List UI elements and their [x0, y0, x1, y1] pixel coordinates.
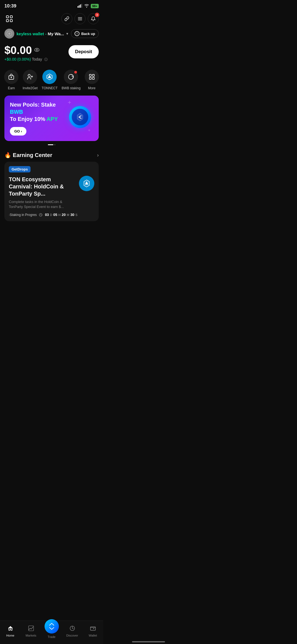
nav-right-icons: 3 — [61, 13, 99, 24]
balance-change: +$0.00 (0.00%) Today ⓘ — [4, 57, 48, 62]
staking-progress: ·Staking in Progres 03 D 05 H 20 M 30 S — [9, 213, 94, 217]
wifi-icon — [84, 4, 89, 9]
earning-card-desc: Complete tasks in the HoldCoin & TonPart… — [9, 199, 76, 209]
svg-point-9 — [35, 48, 39, 52]
banner-dots — [4, 144, 99, 145]
banner-dot-inactive — [54, 144, 55, 145]
tonnect-label: TONNECT — [42, 86, 58, 90]
banner-section: + + + New Pools: Stake BWB To Enjoy 10% … — [0, 91, 103, 147]
balance-amount: $0.00 — [4, 44, 48, 56]
bwb-badge — [74, 71, 77, 74]
balance-left: $0.00 +$0.00 (0.00%) Today ⓘ — [4, 44, 48, 62]
banner-go-button[interactable]: GO › — [10, 127, 26, 136]
wallet-avatar — [4, 29, 14, 39]
svg-point-14 — [28, 74, 30, 77]
banner-coin — [69, 106, 93, 131]
status-time: 10:39 — [4, 3, 16, 9]
earn-label: Earn — [8, 86, 15, 90]
more-icon-wrap — [85, 70, 99, 84]
banner-card: + + + New Pools: Stake BWB To Enjoy 10% … — [4, 96, 99, 141]
coin-graphic — [69, 106, 91, 128]
svg-rect-22 — [89, 77, 91, 79]
earning-center-chevron[interactable]: › — [97, 152, 99, 158]
wallet-header: keyless wallet - My Wa... ▾ ! Back up — [0, 28, 103, 42]
invite-icon-wrap — [23, 70, 37, 84]
action-earn[interactable]: Earn — [4, 70, 18, 90]
time-remaining: 03 D 05 H 20 M 30 S — [45, 213, 77, 217]
backup-warning-icon: ! — [75, 31, 79, 36]
wallet-selector[interactable]: keyless wallet - My Wa... ▾ — [4, 29, 68, 39]
backup-button[interactable]: ! Back up — [71, 29, 99, 38]
earning-center-header: 🔥 Earning Center › — [0, 147, 103, 162]
visibility-icon[interactable] — [34, 47, 40, 53]
svg-point-8 — [8, 33, 10, 34]
svg-rect-1 — [79, 5, 80, 8]
status-icons: 98+ — [78, 4, 99, 9]
get-drops-badge: GetDrops — [9, 166, 31, 172]
svg-rect-23 — [92, 77, 94, 79]
svg-rect-20 — [89, 74, 91, 76]
bwb-icon-wrap — [64, 70, 78, 84]
svg-rect-0 — [78, 6, 78, 8]
quick-actions: Earn Invite2Get TONNECT — [0, 66, 103, 91]
svg-rect-21 — [92, 74, 94, 76]
action-tonnect[interactable]: TONNECT — [42, 70, 58, 90]
balance-value: $0.00 — [4, 44, 32, 56]
top-nav: 3 — [0, 11, 103, 28]
svg-point-10 — [36, 49, 38, 51]
menu-button[interactable] — [75, 13, 86, 24]
action-more[interactable]: More — [85, 70, 99, 90]
app-logo[interactable] — [4, 14, 14, 24]
wallet-dropdown-icon: ▾ — [66, 31, 68, 36]
coin-inner — [72, 109, 88, 125]
svg-rect-2 — [80, 4, 81, 8]
deposit-button[interactable]: Deposit — [68, 45, 99, 58]
balance-section: $0.00 +$0.00 (0.00%) Today ⓘ Deposit — [0, 42, 103, 66]
svg-marker-24 — [77, 113, 83, 121]
more-label: More — [88, 86, 95, 90]
banner-title: New Pools: Stake BWB To Enjoy 10% APY — [10, 101, 69, 123]
bwb-label: BWB staking — [62, 86, 81, 90]
progress-label: ·Staking in Progres — [9, 213, 37, 217]
invite-label: Invite2Get — [23, 86, 38, 90]
tonnect-icon-wrap — [42, 70, 57, 84]
notification-count: 3 — [95, 13, 99, 17]
earning-text: TON Ecosystem Carnival: HoldCoin & TonPa… — [9, 176, 76, 209]
wallet-name: keyless wallet - My Wa... — [16, 31, 64, 36]
svg-rect-3 — [81, 4, 82, 8]
deco-plus-1: + — [68, 99, 71, 106]
banner-content: New Pools: Stake BWB To Enjoy 10% APY GO… — [10, 101, 69, 136]
signal-icon — [78, 4, 82, 9]
link-button[interactable] — [61, 13, 72, 24]
earning-card-logo — [79, 176, 94, 191]
battery-badge: 98+ — [91, 4, 99, 8]
earn-icon-wrap — [4, 70, 18, 84]
status-bar: 10:39 98+ — [0, 0, 103, 11]
earning-center-title: 🔥 Earning Center — [4, 152, 52, 158]
action-invite[interactable]: Invite2Get — [23, 70, 38, 90]
action-bwb[interactable]: BWB staking — [62, 70, 81, 90]
earning-card-content: TON Ecosystem Carnival: HoldCoin & TonPa… — [9, 176, 94, 209]
banner-dot-active — [48, 144, 53, 145]
notification-button[interactable]: 3 — [88, 13, 99, 24]
earning-card-title: TON Ecosystem Carnival: HoldCoin & TonPa… — [9, 176, 76, 197]
earning-card[interactable]: GetDrops TON Ecosystem Carnival: HoldCoi… — [4, 162, 99, 221]
